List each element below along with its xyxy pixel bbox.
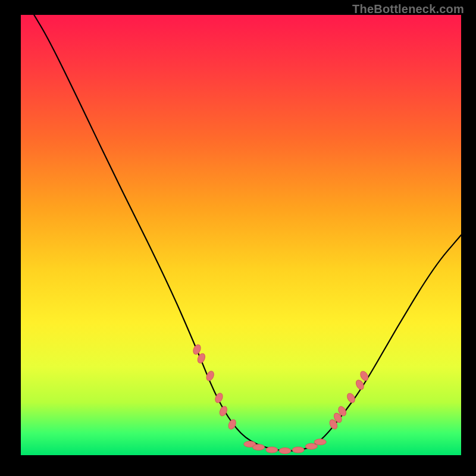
curve-marker: [266, 447, 278, 453]
curve-marker: [359, 370, 369, 382]
plot-area: [21, 15, 461, 455]
curve-marker: [314, 439, 326, 445]
chart-frame: TheBottleneck.com: [0, 0, 476, 476]
bottleneck-curve: [34, 15, 461, 451]
curve-marker: [292, 447, 304, 453]
watermark-text: TheBottleneck.com: [352, 2, 464, 16]
curve-marker: [346, 392, 356, 404]
curve-marker: [279, 448, 291, 454]
curve-marker: [196, 352, 206, 364]
curve-marker: [253, 444, 265, 450]
curve-marker: [227, 418, 237, 430]
curve-marker: [205, 370, 215, 382]
curve-marker: [192, 343, 202, 355]
chart-svg: [21, 15, 461, 455]
curve-marker: [305, 443, 317, 449]
curve-marker: [355, 378, 365, 390]
curve-markers: [192, 343, 369, 453]
